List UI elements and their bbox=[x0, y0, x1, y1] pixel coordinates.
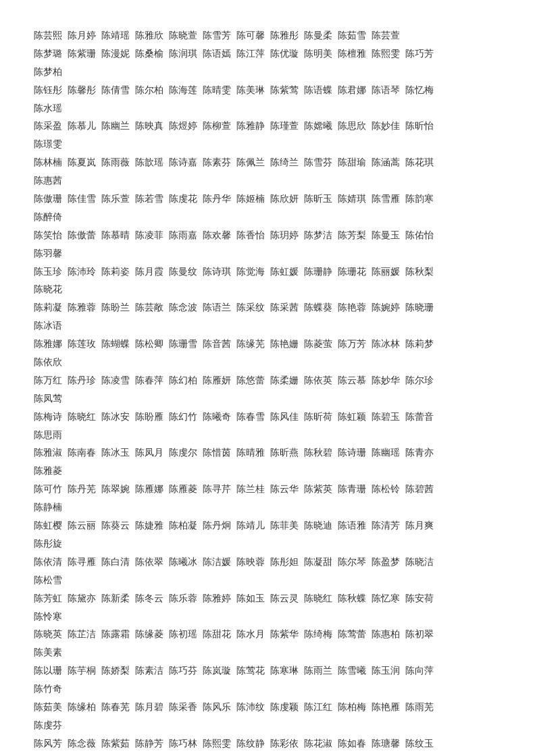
name-item: 陈歆瑶 bbox=[135, 154, 163, 171]
name-item: 陈寻芹 bbox=[203, 481, 231, 498]
name-item: 陈雨芜 bbox=[405, 699, 434, 716]
name-item: 陈尔柏 bbox=[135, 82, 163, 99]
name-item: 陈熙雯 bbox=[203, 735, 231, 753]
name-item: 陈珊雪 bbox=[169, 335, 197, 353]
name-item: 陈忆寒 bbox=[372, 590, 400, 608]
name-item: 陈蕾音 bbox=[405, 408, 434, 426]
name-item: 陈雅菱 bbox=[34, 462, 62, 480]
name-item: 陈玥婷 bbox=[270, 227, 299, 244]
name-item: 陈梦洁 bbox=[304, 227, 332, 244]
name-item: 陈云丽 bbox=[68, 517, 96, 535]
name-item: 陈甜花 bbox=[203, 626, 231, 643]
name-item: 陈雨嘉 bbox=[169, 227, 197, 244]
name-item: 陈晴雅 bbox=[236, 444, 265, 462]
name-item: 陈黛亦 bbox=[68, 590, 96, 608]
name-item: 陈羽馨 bbox=[34, 245, 62, 263]
name-item: 陈云华 bbox=[270, 481, 299, 498]
name-item: 陈巧芳 bbox=[405, 45, 434, 63]
name-item: 陈念薇 bbox=[68, 735, 96, 753]
name-item: 陈夏岚 bbox=[68, 154, 96, 171]
name-item: 陈婧琪 bbox=[338, 190, 366, 208]
name-item: 陈艳姗 bbox=[270, 335, 299, 353]
name-item: 陈熙雯 bbox=[372, 45, 400, 63]
name-item: 陈瑾萱 bbox=[270, 117, 299, 135]
name-item: 陈韵寒 bbox=[405, 190, 434, 208]
name-item: 陈露霜 bbox=[101, 626, 130, 643]
name-item: 陈雨兰 bbox=[304, 662, 332, 680]
name-item: 陈静楠 bbox=[34, 499, 62, 516]
name-item: 陈清芳 bbox=[372, 517, 400, 535]
name-item: 陈映蓉 bbox=[236, 554, 265, 571]
name-item: 陈幽瑶 bbox=[372, 444, 400, 462]
name-item: 陈采纹 bbox=[236, 299, 265, 317]
name-item: 陈梦璐 bbox=[34, 45, 62, 63]
name-item: 陈松卿 bbox=[135, 335, 163, 353]
name-item: 陈晓英 bbox=[34, 626, 62, 643]
name-item: 陈菲美 bbox=[270, 517, 299, 535]
name-item: 陈玉润 bbox=[372, 662, 400, 680]
name-item: 陈慕儿 bbox=[68, 117, 96, 135]
name-item: 陈向萍 bbox=[405, 662, 434, 680]
name-item: 陈纹玉 bbox=[405, 735, 434, 753]
name-item: 陈风佳 bbox=[270, 408, 299, 426]
name-item: 陈婉婷 bbox=[372, 299, 400, 317]
name-item: 陈青珊 bbox=[338, 481, 366, 498]
name-item: 陈雅婷 bbox=[203, 590, 231, 608]
name-item: 陈丹炯 bbox=[203, 517, 231, 535]
name-item: 陈笑怡 bbox=[34, 227, 62, 244]
name-item: 陈慕晴 bbox=[101, 227, 130, 244]
name-item: 陈菱萤 bbox=[304, 335, 332, 353]
name-item: 陈醉倚 bbox=[34, 209, 62, 226]
name-item: 陈凤莺 bbox=[34, 390, 62, 408]
name-item: 陈松雪 bbox=[34, 572, 62, 589]
name-item: 陈美素 bbox=[34, 644, 62, 662]
name-item: 陈甜瑜 bbox=[338, 154, 366, 171]
name-item: 陈丹华 bbox=[203, 190, 231, 208]
name-item: 陈尔琴 bbox=[338, 554, 366, 571]
name-item: 陈晓花 bbox=[34, 281, 62, 298]
name-item: 陈雪芬 bbox=[304, 154, 332, 171]
name-item: 陈晓珊 bbox=[405, 299, 434, 317]
name-item: 陈雨薇 bbox=[101, 154, 130, 171]
name-item: 陈莉凝 bbox=[34, 299, 62, 317]
name-item: 陈馨彤 bbox=[68, 82, 96, 99]
name-item: 陈万芳 bbox=[338, 335, 366, 353]
name-item: 陈风芳 bbox=[34, 735, 62, 753]
name-item: 陈沛纹 bbox=[236, 699, 265, 716]
name-item: 陈春萍 bbox=[135, 372, 163, 389]
name-item: 陈可馨 bbox=[236, 27, 265, 45]
name-item: 陈青亦 bbox=[405, 444, 434, 462]
name-item: 陈梦柏 bbox=[34, 63, 62, 81]
name-item: 陈依翠 bbox=[135, 554, 163, 571]
name-item: 陈艳雁 bbox=[372, 699, 400, 716]
name-item: 陈紫珊 bbox=[68, 45, 96, 63]
name-item: 陈雅淑 bbox=[34, 444, 62, 462]
name-item: 陈彤旋 bbox=[34, 535, 62, 553]
name-item: 陈绮梅 bbox=[304, 626, 332, 643]
name-item: 陈欢馨 bbox=[203, 227, 231, 244]
name-item: 陈虹颖 bbox=[338, 408, 366, 426]
name-item: 陈翠婉 bbox=[101, 481, 130, 498]
name-item: 陈依英 bbox=[304, 372, 332, 389]
name-item: 陈柔姗 bbox=[270, 372, 299, 389]
name-item: 陈冰安 bbox=[101, 408, 130, 426]
name-item: 陈思欣 bbox=[338, 117, 366, 135]
name-item: 陈雅彤 bbox=[270, 27, 299, 45]
name-item: 陈采茜 bbox=[270, 299, 299, 317]
name-item: 陈晓红 bbox=[68, 408, 96, 426]
name-item: 陈曦奇 bbox=[203, 408, 231, 426]
name-item: 陈优璇 bbox=[270, 45, 299, 63]
name-item: 陈虔尔 bbox=[169, 444, 197, 462]
name-item: 陈尔珍 bbox=[405, 372, 434, 389]
name-item: 陈晴雯 bbox=[203, 82, 231, 99]
name-item: 陈煜婷 bbox=[169, 117, 197, 135]
name-item: 陈昕燕 bbox=[270, 444, 299, 462]
name-item: 陈语兰 bbox=[203, 299, 231, 317]
name-item: 陈芸敞 bbox=[135, 299, 163, 317]
name-item: 陈语琴 bbox=[372, 82, 400, 99]
name-item: 陈冰林 bbox=[372, 335, 400, 353]
name-item: 陈梅诗 bbox=[34, 408, 62, 426]
name-item: 陈茹美 bbox=[34, 699, 62, 716]
name-item: 陈雁菱 bbox=[169, 481, 197, 498]
name-item: 陈芋桐 bbox=[68, 662, 96, 680]
